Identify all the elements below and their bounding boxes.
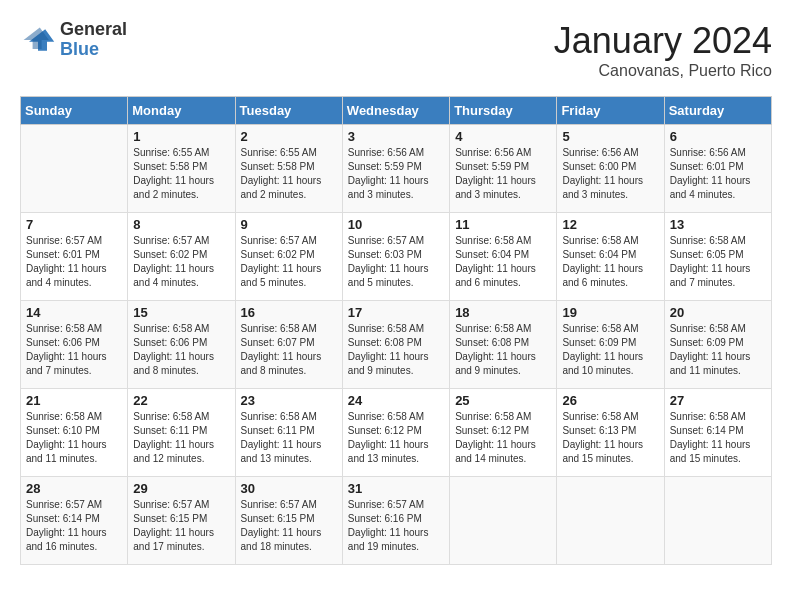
logo-icon: [20, 22, 56, 58]
calendar-cell: 6Sunrise: 6:56 AMSunset: 6:01 PMDaylight…: [664, 125, 771, 213]
cell-info: Sunrise: 6:56 AMSunset: 6:01 PMDaylight:…: [670, 146, 766, 202]
column-header-tuesday: Tuesday: [235, 97, 342, 125]
day-number: 17: [348, 305, 444, 320]
calendar-cell: 23Sunrise: 6:58 AMSunset: 6:11 PMDayligh…: [235, 389, 342, 477]
cell-info: Sunrise: 6:58 AMSunset: 6:13 PMDaylight:…: [562, 410, 658, 466]
cell-info: Sunrise: 6:58 AMSunset: 6:11 PMDaylight:…: [241, 410, 337, 466]
cell-info: Sunrise: 6:57 AMSunset: 6:01 PMDaylight:…: [26, 234, 122, 290]
day-number: 10: [348, 217, 444, 232]
logo-general-text: General: [60, 20, 127, 40]
day-number: 5: [562, 129, 658, 144]
calendar-cell: 12Sunrise: 6:58 AMSunset: 6:04 PMDayligh…: [557, 213, 664, 301]
cell-info: Sunrise: 6:58 AMSunset: 6:12 PMDaylight:…: [348, 410, 444, 466]
calendar-cell: 29Sunrise: 6:57 AMSunset: 6:15 PMDayligh…: [128, 477, 235, 565]
logo-blue-text: Blue: [60, 40, 127, 60]
calendar-week-row: 21Sunrise: 6:58 AMSunset: 6:10 PMDayligh…: [21, 389, 772, 477]
day-number: 11: [455, 217, 551, 232]
calendar-cell: 22Sunrise: 6:58 AMSunset: 6:11 PMDayligh…: [128, 389, 235, 477]
calendar-week-row: 14Sunrise: 6:58 AMSunset: 6:06 PMDayligh…: [21, 301, 772, 389]
column-header-thursday: Thursday: [450, 97, 557, 125]
month-title: January 2024: [554, 20, 772, 62]
calendar-cell: [21, 125, 128, 213]
cell-info: Sunrise: 6:57 AMSunset: 6:15 PMDaylight:…: [241, 498, 337, 554]
cell-info: Sunrise: 6:58 AMSunset: 6:06 PMDaylight:…: [133, 322, 229, 378]
calendar-cell: [450, 477, 557, 565]
day-number: 19: [562, 305, 658, 320]
cell-info: Sunrise: 6:58 AMSunset: 6:09 PMDaylight:…: [670, 322, 766, 378]
calendar-cell: 25Sunrise: 6:58 AMSunset: 6:12 PMDayligh…: [450, 389, 557, 477]
calendar-cell: 28Sunrise: 6:57 AMSunset: 6:14 PMDayligh…: [21, 477, 128, 565]
cell-info: Sunrise: 6:58 AMSunset: 6:12 PMDaylight:…: [455, 410, 551, 466]
day-number: 20: [670, 305, 766, 320]
day-number: 23: [241, 393, 337, 408]
day-number: 29: [133, 481, 229, 496]
column-header-saturday: Saturday: [664, 97, 771, 125]
cell-info: Sunrise: 6:55 AMSunset: 5:58 PMDaylight:…: [241, 146, 337, 202]
cell-info: Sunrise: 6:58 AMSunset: 6:04 PMDaylight:…: [562, 234, 658, 290]
day-number: 27: [670, 393, 766, 408]
calendar-cell: 14Sunrise: 6:58 AMSunset: 6:06 PMDayligh…: [21, 301, 128, 389]
day-number: 24: [348, 393, 444, 408]
cell-info: Sunrise: 6:56 AMSunset: 5:59 PMDaylight:…: [348, 146, 444, 202]
page-header: General Blue January 2024 Canovanas, Pue…: [20, 20, 772, 80]
day-number: 12: [562, 217, 658, 232]
cell-info: Sunrise: 6:57 AMSunset: 6:15 PMDaylight:…: [133, 498, 229, 554]
day-number: 26: [562, 393, 658, 408]
calendar-cell: 16Sunrise: 6:58 AMSunset: 6:07 PMDayligh…: [235, 301, 342, 389]
calendar-table: SundayMondayTuesdayWednesdayThursdayFrid…: [20, 96, 772, 565]
cell-info: Sunrise: 6:58 AMSunset: 6:07 PMDaylight:…: [241, 322, 337, 378]
logo-text: General Blue: [60, 20, 127, 60]
day-number: 2: [241, 129, 337, 144]
cell-info: Sunrise: 6:58 AMSunset: 6:09 PMDaylight:…: [562, 322, 658, 378]
calendar-cell: 2Sunrise: 6:55 AMSunset: 5:58 PMDaylight…: [235, 125, 342, 213]
calendar-cell: 7Sunrise: 6:57 AMSunset: 6:01 PMDaylight…: [21, 213, 128, 301]
calendar-cell: 18Sunrise: 6:58 AMSunset: 6:08 PMDayligh…: [450, 301, 557, 389]
day-number: 1: [133, 129, 229, 144]
cell-info: Sunrise: 6:58 AMSunset: 6:14 PMDaylight:…: [670, 410, 766, 466]
day-number: 21: [26, 393, 122, 408]
calendar-cell: 13Sunrise: 6:58 AMSunset: 6:05 PMDayligh…: [664, 213, 771, 301]
day-number: 9: [241, 217, 337, 232]
calendar-week-row: 1Sunrise: 6:55 AMSunset: 5:58 PMDaylight…: [21, 125, 772, 213]
calendar-cell: 8Sunrise: 6:57 AMSunset: 6:02 PMDaylight…: [128, 213, 235, 301]
day-number: 31: [348, 481, 444, 496]
day-number: 22: [133, 393, 229, 408]
column-header-monday: Monday: [128, 97, 235, 125]
logo: General Blue: [20, 20, 127, 60]
calendar-cell: 27Sunrise: 6:58 AMSunset: 6:14 PMDayligh…: [664, 389, 771, 477]
day-number: 18: [455, 305, 551, 320]
cell-info: Sunrise: 6:55 AMSunset: 5:58 PMDaylight:…: [133, 146, 229, 202]
cell-info: Sunrise: 6:58 AMSunset: 6:08 PMDaylight:…: [455, 322, 551, 378]
calendar-cell: [557, 477, 664, 565]
cell-info: Sunrise: 6:58 AMSunset: 6:08 PMDaylight:…: [348, 322, 444, 378]
calendar-week-row: 28Sunrise: 6:57 AMSunset: 6:14 PMDayligh…: [21, 477, 772, 565]
calendar-cell: 4Sunrise: 6:56 AMSunset: 5:59 PMDaylight…: [450, 125, 557, 213]
day-number: 6: [670, 129, 766, 144]
title-block: January 2024 Canovanas, Puerto Rico: [554, 20, 772, 80]
cell-info: Sunrise: 6:58 AMSunset: 6:04 PMDaylight:…: [455, 234, 551, 290]
calendar-cell: 10Sunrise: 6:57 AMSunset: 6:03 PMDayligh…: [342, 213, 449, 301]
calendar-cell: 15Sunrise: 6:58 AMSunset: 6:06 PMDayligh…: [128, 301, 235, 389]
cell-info: Sunrise: 6:56 AMSunset: 6:00 PMDaylight:…: [562, 146, 658, 202]
cell-info: Sunrise: 6:57 AMSunset: 6:14 PMDaylight:…: [26, 498, 122, 554]
calendar-cell: 11Sunrise: 6:58 AMSunset: 6:04 PMDayligh…: [450, 213, 557, 301]
cell-info: Sunrise: 6:57 AMSunset: 6:02 PMDaylight:…: [241, 234, 337, 290]
calendar-cell: 20Sunrise: 6:58 AMSunset: 6:09 PMDayligh…: [664, 301, 771, 389]
calendar-cell: 19Sunrise: 6:58 AMSunset: 6:09 PMDayligh…: [557, 301, 664, 389]
cell-info: Sunrise: 6:58 AMSunset: 6:06 PMDaylight:…: [26, 322, 122, 378]
column-header-wednesday: Wednesday: [342, 97, 449, 125]
calendar-header-row: SundayMondayTuesdayWednesdayThursdayFrid…: [21, 97, 772, 125]
day-number: 30: [241, 481, 337, 496]
calendar-cell: 24Sunrise: 6:58 AMSunset: 6:12 PMDayligh…: [342, 389, 449, 477]
calendar-week-row: 7Sunrise: 6:57 AMSunset: 6:01 PMDaylight…: [21, 213, 772, 301]
cell-info: Sunrise: 6:58 AMSunset: 6:10 PMDaylight:…: [26, 410, 122, 466]
calendar-cell: 9Sunrise: 6:57 AMSunset: 6:02 PMDaylight…: [235, 213, 342, 301]
calendar-cell: 31Sunrise: 6:57 AMSunset: 6:16 PMDayligh…: [342, 477, 449, 565]
cell-info: Sunrise: 6:58 AMSunset: 6:05 PMDaylight:…: [670, 234, 766, 290]
day-number: 16: [241, 305, 337, 320]
column-header-friday: Friday: [557, 97, 664, 125]
calendar-cell: [664, 477, 771, 565]
cell-info: Sunrise: 6:58 AMSunset: 6:11 PMDaylight:…: [133, 410, 229, 466]
calendar-cell: 5Sunrise: 6:56 AMSunset: 6:00 PMDaylight…: [557, 125, 664, 213]
day-number: 25: [455, 393, 551, 408]
